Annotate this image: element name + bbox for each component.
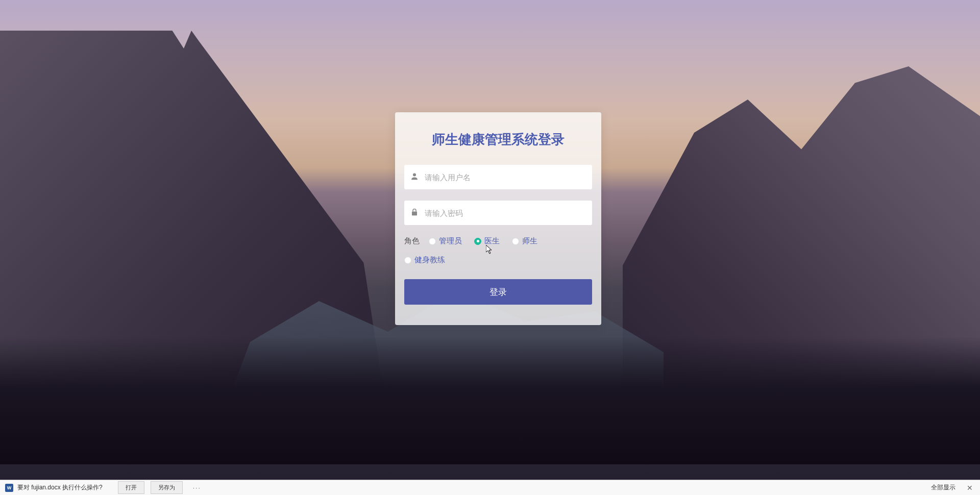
radio-circle-icon [512, 238, 519, 245]
username-group [404, 165, 592, 189]
login-button[interactable]: 登录 [404, 279, 592, 305]
password-group [404, 201, 592, 225]
lock-icon [411, 209, 418, 217]
radio-circle-icon [404, 257, 411, 264]
radio-fitness-coach[interactable]: 健身教练 [404, 255, 592, 265]
radio-circle-icon [429, 238, 436, 245]
login-title: 师生健康管理系统登录 [404, 131, 592, 148]
word-doc-icon: W [5, 484, 13, 492]
more-options-button[interactable]: ··· [189, 482, 205, 493]
download-right: 全部显示 ✕ [931, 483, 975, 492]
save-as-button[interactable]: 另存为 [151, 481, 183, 494]
radio-circle-icon [474, 238, 481, 245]
trees-decoration [0, 337, 980, 464]
show-all-button[interactable]: 全部显示 [931, 483, 955, 492]
radio-label: 健身教练 [414, 255, 445, 265]
open-button[interactable]: 打开 [118, 481, 144, 494]
login-panel: 师生健康管理系统登录 角色 管理员 [395, 112, 601, 325]
password-input[interactable] [404, 201, 592, 225]
radio-label: 师生 [522, 236, 537, 246]
download-message: 要对 fujian.docx 执行什么操作? [17, 483, 103, 492]
download-buttons: 打开 另存为 ··· [118, 481, 205, 494]
radio-label: 医生 [484, 236, 500, 246]
role-section: 角色 管理员 医生 师生 健身教练 [404, 236, 592, 265]
radio-doctor[interactable]: 医生 [474, 236, 500, 246]
close-icon[interactable]: ✕ [965, 484, 975, 492]
role-label: 角色 [404, 236, 420, 246]
svg-rect-1 [412, 212, 417, 216]
radio-label: 管理员 [439, 236, 462, 246]
radio-admin[interactable]: 管理员 [429, 236, 462, 246]
svg-point-0 [413, 174, 416, 177]
user-icon [411, 173, 418, 182]
radio-student-teacher[interactable]: 师生 [512, 236, 537, 246]
download-bar: W 要对 fujian.docx 执行什么操作? 打开 另存为 ··· 全部显示… [0, 480, 980, 495]
username-input[interactable] [404, 165, 592, 189]
